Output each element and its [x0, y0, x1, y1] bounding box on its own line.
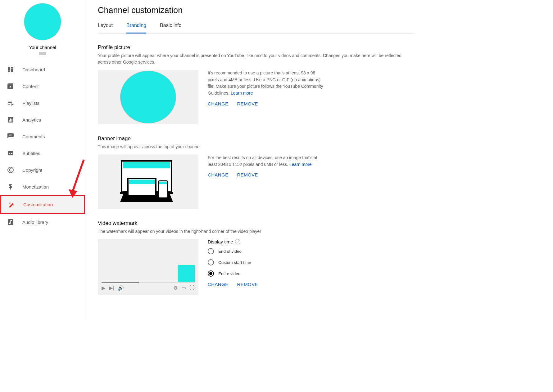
watermark-preview: ▶ ▶| 🔊 ⚙ ▭ ⛶: [98, 239, 198, 295]
svg-rect-17: [8, 151, 13, 155]
your-channel-label: Your channel: [6, 45, 79, 50]
svg-rect-15: [9, 135, 12, 135]
dashboard-icon: [7, 66, 14, 73]
tab-branding[interactable]: Branding: [126, 23, 146, 33]
section-title: Banner image: [98, 136, 415, 142]
remove-button[interactable]: REMOVE: [237, 172, 258, 177]
next-icon: ▶|: [109, 285, 114, 291]
svg-rect-9: [8, 104, 10, 105]
sidebar-item-copyright[interactable]: Copyright: [0, 162, 85, 178]
audio-library-icon: [7, 218, 14, 226]
section-description: This image will appear across the top of…: [98, 144, 415, 150]
subtitles-icon: [7, 149, 14, 157]
section-description: The watermark will appear on your videos…: [98, 228, 415, 235]
radio-label: Entire video: [218, 271, 240, 276]
remove-button[interactable]: REMOVE: [237, 101, 258, 106]
tab-layout[interactable]: Layout: [98, 23, 113, 33]
comments-icon: [7, 133, 14, 140]
tab-basic-info[interactable]: Basic info: [160, 23, 181, 33]
copyright-icon: [7, 166, 14, 174]
svg-marker-10: [11, 103, 14, 106]
radio-icon: [208, 270, 214, 277]
svg-rect-12: [9, 120, 10, 122]
svg-rect-18: [9, 153, 10, 154]
sidebar-item-label: Comments: [22, 134, 45, 139]
sidebar-item-label: Subtitles: [22, 151, 40, 156]
section-profile-picture: Profile picture Your profile picture wil…: [98, 44, 415, 124]
learn-more-link[interactable]: Learn more: [231, 91, 253, 96]
wand-icon: [8, 201, 15, 208]
sidebar-item-label: Copyright: [22, 167, 42, 173]
devices-illustration: [117, 158, 179, 205]
section-description: Your profile picture will appear where y…: [98, 52, 415, 65]
section-title: Video watermark: [98, 220, 415, 226]
sidebar-item-label: Analytics: [22, 117, 41, 122]
svg-rect-3: [8, 70, 10, 72]
play-icon: ▶: [102, 285, 105, 291]
radio-label: End of video: [218, 249, 242, 254]
change-button[interactable]: CHANGE: [208, 282, 229, 287]
svg-rect-33: [159, 182, 167, 184]
radio-icon: [208, 259, 214, 265]
analytics-icon: [7, 116, 14, 123]
profile-picture-preview: [98, 70, 198, 124]
sidebar: Your channel Dashboard Content Playlists…: [0, 0, 85, 318]
svg-rect-19: [11, 153, 12, 154]
theater-icon: ▭: [181, 285, 186, 291]
banner-image-preview: [98, 154, 198, 209]
svg-rect-0: [8, 67, 10, 70]
radio-icon: [208, 248, 214, 254]
sidebar-item-label: Audio library: [22, 220, 48, 225]
sidebar-item-playlists[interactable]: Playlists: [0, 95, 85, 111]
fullscreen-icon: ⛶: [190, 285, 195, 291]
sidebar-item-label: Monetization: [22, 184, 49, 189]
radio-entire-video[interactable]: Entire video: [208, 270, 326, 277]
playlists-icon: [7, 99, 14, 107]
content-icon: [7, 82, 14, 90]
channel-profile: Your channel: [0, 3, 85, 61]
sidebar-item-label: Content: [22, 84, 39, 89]
profile-recommendation: It's recommended to use a picture that's…: [208, 70, 326, 97]
radio-label: Custom start time: [218, 260, 251, 265]
sidebar-item-customization[interactable]: Customization: [0, 195, 85, 214]
section-title: Profile picture: [98, 44, 415, 51]
sidebar-item-audio-library[interactable]: Audio library: [0, 214, 85, 230]
svg-rect-2: [11, 69, 13, 72]
sidebar-item-comments[interactable]: Comments: [0, 128, 85, 145]
change-button[interactable]: CHANGE: [208, 101, 229, 106]
sidebar-item-dashboard[interactable]: Dashboard: [0, 61, 85, 78]
tabs: Layout Branding Basic info: [98, 23, 415, 34]
dollar-icon: [7, 183, 14, 190]
svg-rect-24: [11, 220, 12, 221]
main-content: Channel customization Layout Branding Ba…: [85, 0, 427, 318]
sidebar-item-monetization[interactable]: Monetization: [0, 178, 85, 195]
svg-rect-27: [123, 162, 170, 168]
svg-rect-16: [9, 136, 11, 136]
svg-rect-13: [10, 118, 11, 122]
sidebar-item-content[interactable]: Content: [0, 78, 85, 95]
channel-avatar[interactable]: [24, 3, 61, 40]
svg-rect-14: [11, 119, 12, 122]
avatar-preview-circle: [120, 71, 176, 123]
volume-icon: 🔊: [118, 285, 124, 291]
sidebar-item-subtitles[interactable]: Subtitles: [0, 145, 85, 162]
svg-point-20: [8, 167, 13, 173]
change-button[interactable]: CHANGE: [208, 172, 229, 177]
svg-rect-6: [8, 83, 13, 84]
svg-rect-1: [11, 67, 13, 69]
learn-more-link[interactable]: Learn more: [289, 162, 312, 167]
section-banner-image: Banner image This image will appear acro…: [98, 136, 415, 209]
sidebar-item-label: Dashboard: [22, 67, 45, 72]
sidebar-item-analytics[interactable]: Analytics: [0, 111, 85, 128]
watermark-square: [178, 265, 195, 282]
remove-button[interactable]: REMOVE: [237, 282, 258, 287]
radio-end-of-video[interactable]: End of video: [208, 248, 326, 254]
help-icon[interactable]: ?: [235, 239, 240, 244]
svg-rect-7: [8, 101, 12, 101]
sidebar-item-label: Customization: [23, 202, 53, 207]
svg-rect-31: [125, 196, 158, 200]
radio-custom-start-time[interactable]: Custom start time: [208, 259, 326, 265]
display-time-label: Display time ?: [208, 239, 326, 244]
svg-rect-8: [8, 102, 12, 103]
sidebar-item-label: Playlists: [22, 100, 39, 106]
